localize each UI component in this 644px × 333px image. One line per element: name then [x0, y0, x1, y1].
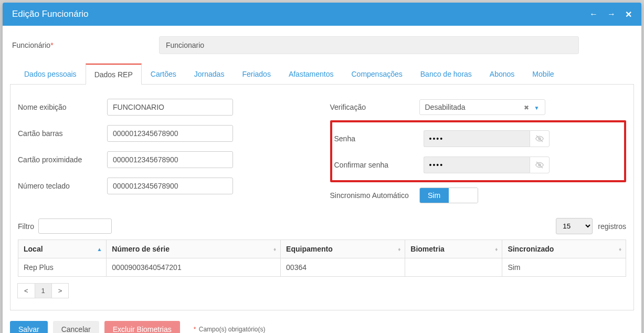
required-note-text: Campo(s) obrigatório(s) [199, 326, 266, 333]
th-sincronizado[interactable]: Sincronizado♦ [502, 240, 626, 258]
input-cartao-proximidade[interactable] [107, 151, 233, 168]
row-cartao-proximidade: Cartão proximidade [18, 147, 314, 173]
table-row[interactable]: Rep Plus 00009003640547201 00364 Sim [18, 258, 626, 277]
cancel-button[interactable]: Cancelar [53, 321, 99, 333]
filter-label: Filtro [18, 222, 34, 231]
sort-icon: ♦ [273, 246, 276, 252]
page-current[interactable]: 1 [35, 283, 52, 298]
tab-abonos[interactable]: Abonos [481, 64, 523, 85]
th-local[interactable]: Local▲ [18, 240, 107, 258]
next-arrow-icon[interactable]: → [607, 9, 616, 19]
toggle-sincronismo-off [449, 188, 478, 203]
th-local-text: Local [24, 245, 43, 253]
required-note: * Campo(s) obrigatório(s) [194, 326, 266, 333]
row-sincronismo: Sincronismo Automático Sim [330, 182, 627, 209]
th-bio-text: Biometria [410, 245, 445, 253]
tab-content: Nome exibição Cartão barras Cartão proxi… [10, 85, 634, 310]
pagination: < 1 > [18, 283, 626, 298]
close-icon[interactable]: ✕ [625, 9, 632, 19]
th-equipamento[interactable]: Equipamento♦ [281, 240, 405, 258]
label-verificacao: Verificação [330, 103, 419, 111]
toggle-senha-visibility[interactable] [530, 130, 550, 147]
excluir-biometrias-button[interactable]: Excluir Biometrias [104, 321, 180, 333]
modal-title: Edição Funcionário [12, 9, 89, 19]
funcionario-label: Funcionário* [12, 41, 149, 49]
filter-input[interactable] [38, 218, 112, 234]
label-cartao-proximidade: Cartão proximidade [18, 155, 107, 164]
tabs-nav: Dados pessoais Dados REP Cartões Jornada… [10, 64, 634, 85]
modal-header: Edição Funcionário ← → ✕ [3, 3, 641, 26]
sort-icon: ♦ [398, 246, 400, 252]
label-nome-exibicao: Nome exibição [18, 103, 107, 111]
input-numero-teclado[interactable] [107, 178, 233, 194]
cell-sync: Sim [502, 258, 626, 277]
input-nome-exibicao[interactable] [107, 99, 233, 116]
cell-serie: 00009003640547201 [107, 258, 281, 277]
filter-row: Filtro 15 registros [18, 218, 626, 234]
modal-body: Funcionário* Dados pessoais Dados REP Ca… [3, 26, 641, 333]
sort-icon: ♦ [619, 246, 621, 252]
toggle-confirmar-visibility[interactable] [530, 157, 550, 173]
tab-banco-horas[interactable]: Banco de horas [411, 64, 481, 85]
chevron-down-icon[interactable]: ▼ [534, 105, 540, 111]
funcionario-label-text: Funcionário [12, 41, 50, 49]
tab-mobile[interactable]: Mobile [523, 64, 563, 85]
label-confirmar-senha: Confirmar senha [334, 161, 424, 169]
modal-controls: ← → ✕ [589, 9, 632, 19]
input-senha[interactable] [424, 130, 530, 147]
th-biometria[interactable]: Biometria♦ [405, 240, 502, 258]
tab-jornadas[interactable]: Jornadas [185, 64, 234, 85]
funcionario-row: Funcionário* [10, 33, 634, 64]
cell-equip: 00364 [281, 258, 405, 277]
th-sync-text: Sincronizado [508, 245, 554, 253]
pwd-wrap-senha [424, 130, 550, 147]
select-verificacao-value: Desabilitada [425, 103, 466, 111]
tab-afastamentos[interactable]: Afastamentos [280, 64, 343, 85]
save-button[interactable]: Salvar [10, 321, 48, 333]
page-prev[interactable]: < [17, 283, 35, 298]
footer-actions: Salvar Cancelar Excluir Biometrias * Cam… [10, 321, 634, 333]
th-serie[interactable]: Número de série♦ [107, 240, 281, 258]
pwd-wrap-confirmar [424, 157, 550, 173]
cell-bio [405, 258, 502, 277]
label-senha: Senha [334, 134, 424, 143]
tab-dados-pessoais[interactable]: Dados pessoais [15, 64, 86, 85]
row-senha: Senha [334, 126, 619, 152]
records-label: registros [598, 222, 626, 231]
row-cartao-barras: Cartão barras [18, 120, 314, 147]
row-confirmar-senha: Confirmar senha [334, 152, 619, 178]
clear-icon[interactable]: ✖ [524, 104, 529, 111]
select-verificacao[interactable]: Desabilitada ✖ ▼ [419, 99, 545, 115]
page-next[interactable]: > [51, 283, 69, 298]
toggle-sincronismo[interactable]: Sim [419, 188, 478, 203]
tab-compensacoes[interactable]: Compensações [342, 64, 411, 85]
sort-asc-icon: ▲ [97, 246, 102, 252]
required-asterisk: * [50, 41, 53, 49]
row-verificacao: Verificação Desabilitada ✖ ▼ [330, 94, 627, 120]
prev-arrow-icon[interactable]: ← [589, 9, 598, 19]
tab-dados-rep[interactable]: Dados REP [86, 64, 142, 85]
row-nome-exibicao: Nome exibição [18, 94, 314, 120]
th-equip-text: Equipamento [286, 245, 333, 253]
tab-feriados[interactable]: Feriados [233, 64, 279, 85]
toggle-sincronismo-on: Sim [420, 188, 449, 203]
eye-off-icon [535, 161, 544, 169]
label-numero-teclado: Número teclado [18, 182, 107, 190]
label-cartao-barras: Cartão barras [18, 129, 107, 138]
input-confirmar-senha[interactable] [424, 157, 530, 173]
sort-icon: ♦ [495, 246, 498, 252]
row-numero-teclado: Número teclado [18, 173, 314, 199]
modal-edicao-funcionario: Edição Funcionário ← → ✕ Funcionário* Da… [3, 3, 641, 333]
cell-local: Rep Plus [18, 258, 107, 277]
form-col-left: Nome exibição Cartão barras Cartão proxi… [18, 94, 314, 209]
tab-cartoes[interactable]: Cartões [142, 64, 185, 85]
page-size-select[interactable]: 15 [556, 218, 593, 234]
input-cartao-barras[interactable] [107, 125, 233, 142]
label-sincronismo: Sincronismo Automático [330, 191, 419, 200]
senha-highlight: Senha Confirmar senha [330, 120, 627, 182]
funcionario-input[interactable] [159, 36, 579, 54]
equip-table: Local▲ Número de série♦ Equipamento♦ Bio… [18, 240, 626, 277]
th-serie-text: Número de série [112, 245, 170, 253]
form-grid: Nome exibição Cartão barras Cartão proxi… [18, 94, 626, 209]
eye-off-icon [535, 134, 544, 143]
